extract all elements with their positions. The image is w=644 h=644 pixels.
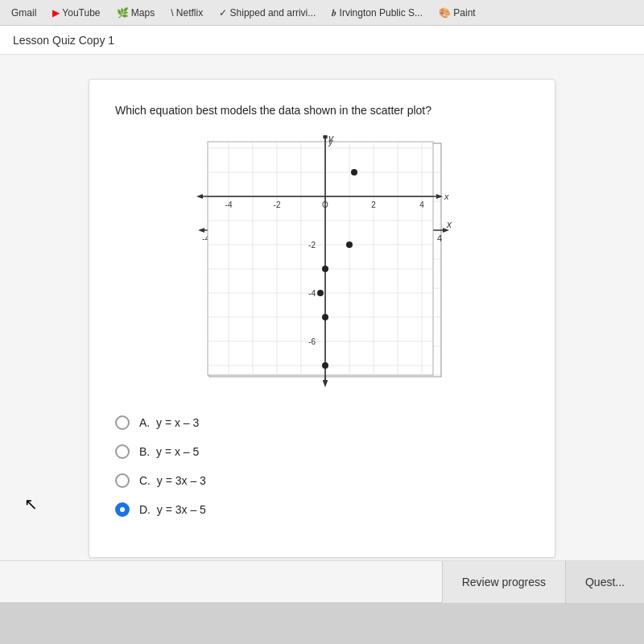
quest-button[interactable]: Quest... (565, 561, 644, 603)
y-tick-minus2: -2 (308, 241, 316, 250)
svg-rect-34 (208, 142, 433, 375)
tab-paint[interactable]: 🎨 Paint (434, 6, 481, 20)
tab-netflix[interactable]: \ Netflix (166, 6, 208, 20)
scatter-plot: x y -4 -2 O 2 4 -2 (185, 135, 459, 396)
data-point-top (351, 169, 357, 175)
cursor: ↖ (24, 494, 38, 514)
choice-c[interactable]: C. y = 3x – 3 (115, 473, 529, 488)
data-point-3 (317, 290, 324, 296)
x-tick-minus4: -4 (225, 200, 233, 209)
y-tick-minus6: -6 (308, 337, 316, 346)
radio-d[interactable] (115, 502, 130, 517)
page-title-bar: Lesson Quiz Copy 1 (0, 26, 644, 55)
question-text: Which equation best models the data show… (115, 102, 529, 119)
quiz-card: Which equation best models the data show… (89, 79, 555, 558)
radio-a[interactable] (115, 415, 130, 430)
svg-marker-58 (323, 135, 328, 137)
x-tick-0: O (322, 200, 328, 209)
main-content: Which equation best models the data show… (0, 55, 644, 602)
x-tick-4: 4 (419, 200, 424, 209)
tab-shipped[interactable]: ✓ Shipped and arrivi... (214, 6, 320, 20)
svg-marker-55 (436, 194, 443, 199)
choice-b-label: B. y = x – 5 (139, 445, 199, 458)
choice-b[interactable]: B. y = x – 5 (115, 444, 529, 459)
x-axis-label: x (444, 192, 449, 201)
svg-marker-56 (196, 194, 203, 199)
scatter-plot-proper: x y -4 -2 O 2 4 -2 -4 -6 (185, 135, 459, 393)
answer-choices: A. y = x – 3 B. y = x – 5 C. y = 3x – 3 … (115, 415, 529, 517)
data-point-1 (346, 242, 353, 248)
x-tick-minus2: -2 (274, 200, 281, 209)
choice-a-label: A. y = x – 3 (139, 416, 199, 429)
choice-d[interactable]: D. y = 3x – 5 (115, 502, 529, 517)
choice-d-label: D. y = 3x – 5 (139, 503, 206, 516)
data-point-4 (322, 314, 328, 320)
tab-gmail[interactable]: Gmail (6, 6, 41, 20)
data-point-5 (322, 362, 328, 369)
choice-c-label: C. y = 3x – 3 (139, 474, 206, 487)
tab-youtube[interactable]: ▶ YouTube (47, 6, 105, 20)
y-tick-minus4: -4 (308, 289, 316, 298)
browser-tab-bar: Gmail ▶ YouTube 🌿 Maps \ Netflix ✓ Shipp… (0, 0, 644, 26)
choice-a[interactable]: A. y = x – 3 (115, 415, 529, 430)
bottom-bar: Review progress Quest... (0, 560, 644, 602)
tab-maps[interactable]: 🌿 Maps (112, 6, 160, 20)
radio-c[interactable] (115, 473, 130, 488)
radio-b[interactable] (115, 444, 130, 459)
review-progress-button[interactable]: Review progress (442, 561, 565, 603)
x-tick-2: 2 (371, 200, 376, 209)
tab-irvington[interactable]: 𝒃 Irvington Public S... (327, 6, 427, 20)
svg-marker-59 (323, 381, 328, 387)
page-title: Lesson Quiz Copy 1 (13, 34, 114, 47)
data-point-2 (322, 266, 328, 272)
